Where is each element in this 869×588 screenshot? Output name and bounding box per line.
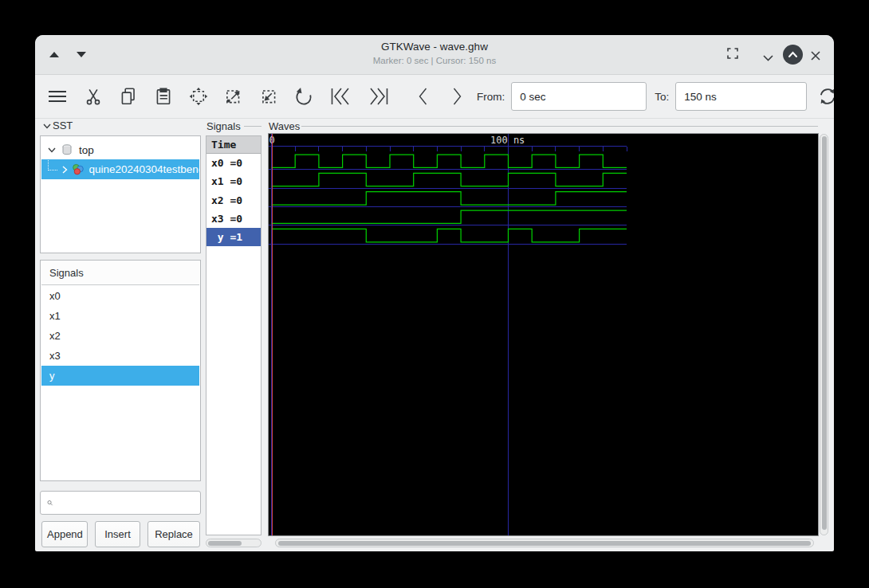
time-header[interactable]: Time xyxy=(206,136,261,154)
sst-tree: top quine20240304testbench xyxy=(40,135,201,253)
signal-value-row[interactable]: x2 =0 xyxy=(206,191,261,210)
signal-list-item-x2[interactable]: x2 xyxy=(41,326,199,346)
waves-panel-header: Waves xyxy=(269,120,300,132)
tree-item-testbench[interactable]: quine20240304testbench xyxy=(41,159,199,179)
search-input[interactable] xyxy=(57,492,200,513)
replace-button[interactable]: Replace xyxy=(147,521,200,547)
timescale-label: 100 ns xyxy=(490,135,525,146)
sst-header-label: SST xyxy=(53,120,73,131)
wave-trace-x2 xyxy=(272,192,627,205)
names-panel-header: Signals xyxy=(206,120,241,132)
close-icon[interactable] xyxy=(810,50,821,65)
signal-list-header: Signals xyxy=(41,261,199,285)
append-button[interactable]: Append xyxy=(41,521,88,547)
signal-value-row[interactable]: y =1 xyxy=(206,228,261,246)
names-hscrollbar-handle[interactable] xyxy=(208,541,242,546)
zoom-in-icon[interactable] xyxy=(223,86,244,107)
to-label: To: xyxy=(655,91,669,103)
waves-hscrollbar[interactable] xyxy=(275,539,814,547)
from-label: From: xyxy=(477,91,505,103)
waves-vscrollbar[interactable] xyxy=(820,134,828,535)
prev-edge-icon[interactable] xyxy=(415,85,431,108)
signal-list-box: Signals x0x1x2x3y xyxy=(40,260,201,481)
names-hscrollbar[interactable] xyxy=(206,539,261,547)
wave-trace-x3 xyxy=(272,210,627,223)
waves-hscrollbar-handle[interactable] xyxy=(278,541,811,546)
gtkwave-window: GTKWave - wave.ghw Marker: 0 sec | Curso… xyxy=(35,35,834,551)
signal-value-row[interactable]: x3 =0 xyxy=(206,210,261,228)
hierarchy-db-icon xyxy=(61,143,73,156)
reload-icon[interactable] xyxy=(816,85,834,108)
tree-item-label: quine20240304testbench xyxy=(89,163,200,175)
sst-header[interactable]: SST xyxy=(41,120,73,131)
wave-canvas[interactable]: 0100 ns xyxy=(269,134,818,535)
to-start-icon[interactable] xyxy=(328,85,352,108)
keep-above-button[interactable] xyxy=(783,45,803,65)
window-title: GTKWave - wave.ghw xyxy=(35,41,834,53)
window-subtitle: Marker: 0 sec | Cursor: 150 ns xyxy=(35,56,834,65)
waves-vscrollbar-handle[interactable] xyxy=(822,136,827,530)
waves-legend-line xyxy=(301,126,818,127)
chevron-down-icon[interactable] xyxy=(762,51,774,65)
signal-value-row[interactable]: x0 =0 xyxy=(206,154,261,172)
menu-icon[interactable] xyxy=(46,86,69,107)
tree-item-label: top xyxy=(79,144,94,156)
to-input[interactable] xyxy=(675,82,807,111)
search-icon xyxy=(46,496,53,510)
copy-icon[interactable] xyxy=(118,86,139,107)
wave-trace-y xyxy=(272,229,627,241)
signal-list-item-x3[interactable]: x3 xyxy=(41,346,199,366)
titlebar[interactable]: GTKWave - wave.ghw Marker: 0 sec | Curso… xyxy=(35,35,834,75)
to-end-icon[interactable] xyxy=(367,85,391,108)
signal-search[interactable] xyxy=(40,491,201,515)
maximize-icon[interactable] xyxy=(725,46,740,64)
wave-trace-x0 xyxy=(272,155,627,167)
tree-guide xyxy=(48,160,57,171)
names-panel: Time x0 =0x1 =0x2 =0x3 =0 y =1 xyxy=(206,135,261,535)
from-input[interactable] xyxy=(511,82,647,111)
next-edge-icon[interactable] xyxy=(450,85,466,108)
wave-trace-x1 xyxy=(272,173,627,186)
toolbar: From: To: xyxy=(35,75,834,119)
zoom-fit-icon[interactable] xyxy=(188,86,209,107)
undo-icon[interactable] xyxy=(293,86,314,107)
signal-value-row[interactable]: x1 =0 xyxy=(206,172,261,190)
signal-list-item-x1[interactable]: x1 xyxy=(41,306,199,326)
zoom-out-icon[interactable] xyxy=(258,86,279,107)
module-icon xyxy=(72,163,85,176)
insert-button[interactable]: Insert xyxy=(95,521,140,547)
names-legend-line xyxy=(244,126,261,127)
signal-list-item-y[interactable]: y xyxy=(41,366,199,386)
signal-list-item-x0[interactable]: x0 xyxy=(41,286,199,306)
cut-icon[interactable] xyxy=(83,86,104,107)
paste-icon[interactable] xyxy=(153,86,174,107)
tree-item-top[interactable]: top xyxy=(41,140,199,159)
